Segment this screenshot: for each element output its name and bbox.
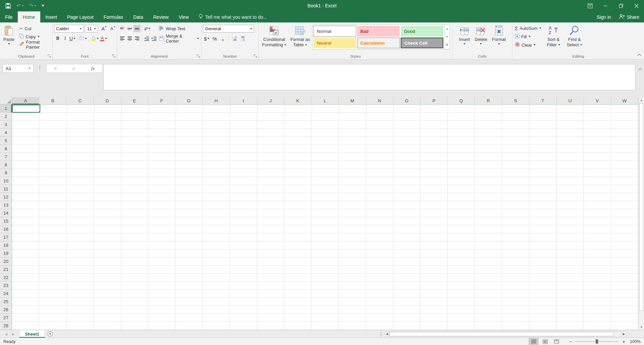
cell[interactable] bbox=[257, 209, 284, 217]
increase-indent-button[interactable] bbox=[150, 35, 158, 42]
cell[interactable] bbox=[121, 266, 148, 274]
cell[interactable] bbox=[148, 274, 176, 282]
cell[interactable] bbox=[94, 241, 121, 249]
cell[interactable] bbox=[94, 274, 121, 282]
cell[interactable] bbox=[148, 241, 176, 249]
cell[interactable] bbox=[203, 257, 230, 266]
cell[interactable] bbox=[203, 298, 230, 306]
cell[interactable] bbox=[121, 193, 148, 201]
cell[interactable] bbox=[257, 322, 284, 330]
cell[interactable] bbox=[284, 290, 311, 298]
cell[interactable] bbox=[121, 161, 148, 169]
cell[interactable] bbox=[366, 145, 393, 153]
insert-function-button[interactable]: fx bbox=[91, 66, 95, 71]
cell[interactable] bbox=[339, 185, 366, 193]
cell[interactable] bbox=[284, 145, 311, 153]
fill-color-button[interactable] bbox=[90, 35, 99, 42]
cell[interactable] bbox=[176, 161, 203, 169]
cell[interactable] bbox=[502, 113, 529, 121]
cell[interactable] bbox=[149, 105, 176, 113]
cell[interactable] bbox=[475, 282, 502, 290]
cell[interactable] bbox=[339, 249, 366, 257]
cell[interactable] bbox=[502, 177, 529, 185]
row-header-6[interactable]: 6 bbox=[0, 145, 12, 153]
conditional-formatting-button[interactable]: ≠ Conditional Formatting bbox=[260, 24, 288, 53]
cell[interactable] bbox=[420, 241, 448, 249]
cell[interactable] bbox=[529, 161, 556, 169]
cell[interactable] bbox=[611, 209, 638, 217]
accounting-format-button[interactable]: $ bbox=[203, 35, 210, 42]
view-normal-button[interactable] bbox=[529, 338, 539, 345]
cell[interactable] bbox=[12, 153, 39, 161]
cell[interactable] bbox=[230, 282, 257, 290]
row-header-13[interactable]: 13 bbox=[0, 201, 12, 209]
cell[interactable] bbox=[420, 322, 448, 330]
cell[interactable] bbox=[203, 177, 230, 185]
cell[interactable] bbox=[475, 137, 502, 145]
cell[interactable] bbox=[121, 298, 148, 306]
insert-cells-button[interactable]: Insert bbox=[457, 24, 472, 53]
tab-data[interactable]: Data bbox=[128, 11, 148, 22]
cell[interactable] bbox=[12, 282, 39, 290]
cell[interactable] bbox=[311, 249, 339, 257]
cell[interactable] bbox=[12, 266, 39, 274]
cell[interactable] bbox=[529, 129, 556, 137]
cell[interactable] bbox=[475, 177, 502, 185]
column-header-W[interactable]: W bbox=[611, 97, 638, 104]
cell[interactable] bbox=[230, 209, 257, 217]
cell[interactable] bbox=[284, 217, 311, 225]
cell[interactable] bbox=[176, 314, 203, 322]
cell[interactable] bbox=[257, 129, 284, 137]
cell[interactable] bbox=[557, 314, 584, 322]
cell[interactable] bbox=[366, 257, 393, 266]
cell[interactable] bbox=[502, 274, 529, 282]
cell[interactable] bbox=[584, 225, 611, 233]
cell[interactable] bbox=[121, 314, 148, 322]
customize-qat-button[interactable] bbox=[42, 5, 44, 7]
cell[interactable] bbox=[448, 209, 475, 217]
cell[interactable] bbox=[94, 121, 121, 129]
cell[interactable] bbox=[257, 233, 284, 241]
cell[interactable] bbox=[393, 161, 420, 169]
merge-center-button[interactable]: Merge & Center bbox=[158, 35, 200, 42]
cell[interactable] bbox=[39, 137, 66, 145]
cell[interactable] bbox=[284, 322, 311, 330]
cell[interactable] bbox=[557, 298, 584, 306]
cell[interactable] bbox=[176, 290, 203, 298]
cell[interactable] bbox=[502, 217, 529, 225]
cell[interactable] bbox=[475, 113, 502, 121]
cell[interactable] bbox=[39, 282, 66, 290]
cell[interactable] bbox=[366, 137, 393, 145]
cell[interactable] bbox=[311, 241, 339, 249]
cell[interactable] bbox=[475, 257, 502, 266]
cell[interactable] bbox=[176, 298, 203, 306]
cell[interactable] bbox=[584, 145, 611, 153]
cell[interactable] bbox=[420, 314, 448, 322]
cell[interactable] bbox=[584, 177, 611, 185]
cell[interactable] bbox=[284, 113, 311, 121]
cell[interactable] bbox=[203, 145, 230, 153]
cell[interactable] bbox=[39, 241, 66, 249]
column-header-Q[interactable]: Q bbox=[448, 97, 475, 104]
cell[interactable] bbox=[529, 169, 556, 177]
cell[interactable] bbox=[311, 306, 339, 314]
cell[interactable] bbox=[584, 153, 611, 161]
column-header-L[interactable]: L bbox=[311, 97, 339, 104]
underline-button[interactable]: U bbox=[69, 35, 76, 42]
row-header-25[interactable]: 25 bbox=[0, 298, 12, 306]
cell[interactable] bbox=[393, 306, 420, 314]
cell[interactable] bbox=[311, 121, 339, 129]
cell[interactable] bbox=[502, 266, 529, 274]
cell[interactable] bbox=[203, 193, 230, 201]
cell[interactable] bbox=[529, 225, 556, 233]
column-header-V[interactable]: V bbox=[584, 97, 611, 104]
cell[interactable] bbox=[311, 257, 339, 266]
cell[interactable] bbox=[66, 129, 94, 137]
cell[interactable] bbox=[148, 193, 176, 201]
cell[interactable] bbox=[475, 306, 502, 314]
cell[interactable] bbox=[502, 161, 529, 169]
cell[interactable] bbox=[448, 105, 475, 113]
cell[interactable] bbox=[39, 185, 66, 193]
row-header-11[interactable]: 11 bbox=[0, 185, 12, 193]
cell[interactable] bbox=[339, 274, 366, 282]
